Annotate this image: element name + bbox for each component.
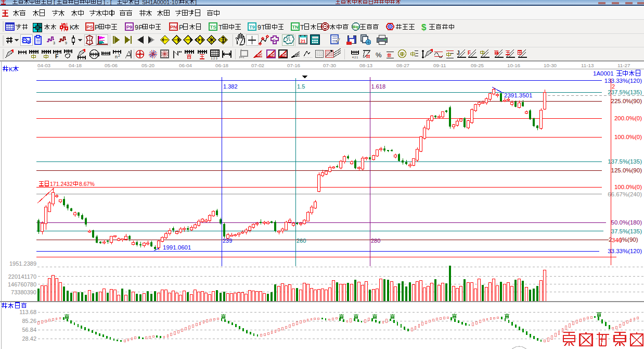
svg-text:)%(90): )%(90): [620, 236, 638, 243]
svg-text:K: K: [70, 24, 74, 31]
svg-text:07-02: 07-02: [251, 63, 264, 68]
svg-text:2: 2: [612, 83, 615, 90]
svg-text:J: J: [457, 50, 460, 56]
svg-text:10-30: 10-30: [544, 63, 557, 68]
svg-text:Big: Big: [353, 25, 358, 29]
svg-text:28.42: 28.42: [22, 335, 36, 342]
svg-text:11-13: 11-13: [581, 63, 594, 68]
svg-text:56.84: 56.84: [22, 327, 36, 333]
svg-text:100.0%(0): 100.0%(0): [614, 134, 642, 140]
svg-text:T: T: [218, 24, 223, 31]
svg-text:260: 260: [297, 238, 306, 244]
svg-text:10-16: 10-16: [507, 63, 521, 68]
svg-text:125.0%(90): 125.0%(90): [611, 167, 642, 173]
svg-text:P: P: [179, 24, 183, 31]
svg-text:%: %: [376, 51, 382, 59]
svg-text:SH1A0001-107: SH1A0001-107: [142, 0, 181, 5]
svg-text:66.67%(240): 66.67%(240): [608, 191, 642, 197]
svg-text:08-13: 08-13: [359, 63, 373, 68]
svg-text:113.68: 113.68: [19, 309, 36, 315]
svg-text:1A0001: 1A0001: [593, 70, 614, 77]
svg-text:171.2432: 171.2432: [50, 181, 73, 187]
svg-text:TS: TS: [210, 24, 216, 30]
svg-text:137.5%(135): 137.5%(135): [608, 158, 642, 165]
svg-text:07-16: 07-16: [287, 63, 301, 68]
svg-text:]: ]: [195, 0, 197, 5]
svg-text:1991.0601: 1991.0601: [163, 244, 191, 251]
svg-text:9: 9: [257, 24, 261, 31]
svg-text:9: 9: [135, 24, 138, 31]
svg-text:9: 9: [65, 41, 67, 45]
svg-text:TN: TN: [292, 24, 299, 30]
svg-text:P: P: [138, 24, 143, 31]
svg-text:1 2 3: 1 2 3: [211, 57, 217, 60]
svg-text:04-03: 04-03: [37, 63, 51, 68]
svg-text:2: 2: [118, 54, 120, 57]
svg-text:1.5: 1.5: [297, 83, 305, 90]
svg-text:F: F: [468, 50, 471, 56]
svg-text:P: P: [95, 24, 99, 31]
svg-text:F: F: [55, 54, 58, 59]
svg-text:05-20: 05-20: [141, 63, 155, 68]
svg-text:06-04: 06-04: [179, 63, 192, 68]
svg-text:37.5%(135): 37.5%(135): [611, 228, 642, 234]
svg-text:133.33%(120): 133.33%(120): [604, 78, 642, 84]
svg-text:146760780: 146760780: [8, 281, 36, 288]
svg-text:1951.2389: 1951.2389: [9, 260, 36, 267]
svg-text:PN: PN: [170, 24, 177, 30]
svg-text:07-30: 07-30: [323, 63, 337, 68]
svg-text:85.26: 85.26: [22, 318, 36, 324]
svg-text:4 2 1: 4 2 1: [352, 56, 358, 59]
svg-text:09-25: 09-25: [471, 63, 484, 68]
svg-text:220141170: 220141170: [8, 273, 36, 280]
svg-text:8.67%: 8.67%: [79, 181, 95, 187]
svg-text:1.618: 1.618: [371, 83, 386, 90]
svg-text:T: T: [261, 24, 265, 31]
svg-text:06-18: 06-18: [215, 63, 229, 68]
svg-text:100.0%(0): 100.0%(0): [614, 184, 642, 190]
svg-text:[: [: [54, 0, 55, 5]
svg-text:73380390: 73380390: [11, 289, 36, 295]
svg-text:225.0%(90): 225.0%(90): [611, 98, 642, 104]
svg-text:237.5%(135): 237.5%(135): [608, 89, 642, 95]
svg-text:T9: T9: [249, 24, 255, 30]
svg-text:1.382: 1.382: [223, 83, 238, 90]
svg-text:K: K: [185, 0, 189, 5]
svg-text:] - [: ] - [: [104, 0, 112, 5]
svg-text:11-27: 11-27: [617, 63, 630, 68]
svg-text:T: T: [300, 24, 304, 31]
svg-text:P: P: [273, 39, 276, 44]
svg-text:P9: P9: [126, 24, 133, 30]
svg-text:50.0%(180): 50.0%(180): [611, 219, 642, 226]
svg-text:$: $: [421, 22, 427, 32]
svg-text:09-11: 09-11: [433, 63, 446, 68]
svg-text:K: K: [9, 66, 13, 72]
svg-text:05-06: 05-06: [105, 63, 118, 68]
svg-text:08-27: 08-27: [396, 63, 409, 68]
svg-text:PS: PS: [86, 24, 93, 30]
svg-text:3: 3: [53, 41, 55, 45]
svg-text:280: 280: [371, 238, 380, 244]
svg-text:04-18: 04-18: [69, 63, 82, 68]
svg-text:33.33%(120): 33.33%(120): [608, 248, 642, 254]
svg-text:21: 21: [300, 39, 305, 44]
svg-text:200.0%(0): 200.0%(0): [614, 115, 642, 121]
svg-text:n: n: [115, 54, 118, 59]
